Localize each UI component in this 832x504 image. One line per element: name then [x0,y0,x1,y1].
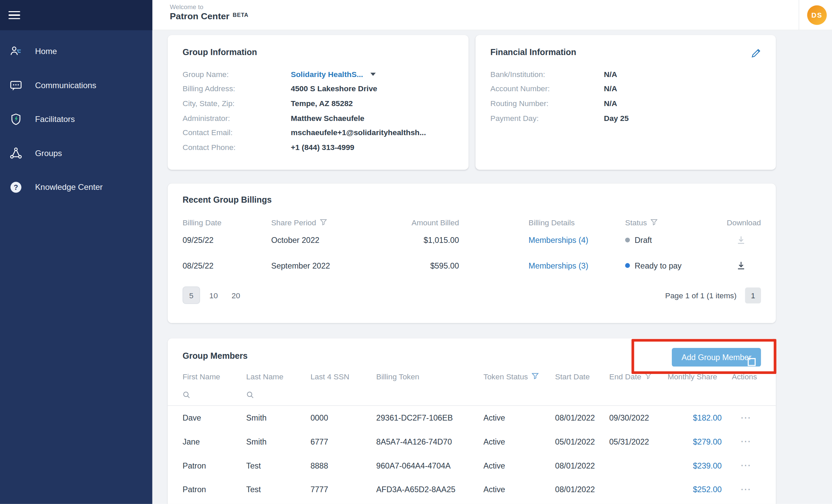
page-size-20-button[interactable]: 20 [227,286,245,304]
page-size-5-button[interactable]: 5 [182,286,200,304]
page-info-text: Page 1 of 1 (1 items) [665,291,736,299]
billing-token: AFD3A-A65D2-8AA25 [376,485,483,494]
amount-billed: $595.00 [373,261,459,270]
sidebar-item-label: Knowledge Center [35,182,103,192]
chat-icon [8,78,23,93]
column-header: First Name [182,372,246,381]
token-status: Active [484,485,555,494]
token-status: Active [484,413,555,422]
sidebar-top [0,0,152,30]
header-divider [799,0,799,30]
start-date: 08/01/2022 [555,461,609,470]
amount-billed: $1,015.00 [373,235,459,244]
last-name: Test [246,485,311,494]
end-date: 05/31/2022 [609,437,668,446]
billings-pagination: 5 10 20 Page 1 of 1 (1 items) 1 [182,286,761,304]
column-header: Billing Date [182,219,271,227]
first-name: Patron [182,485,246,494]
column-header: Status [625,219,720,227]
column-header: Start Date [555,372,609,381]
monthly-share-link[interactable]: $239.00 [667,461,721,470]
sidebar-nav: Home Communications Facilitators Groups [0,30,152,204]
status-dot [625,263,630,268]
first-name-search-icon[interactable] [182,391,191,399]
filter-icon[interactable] [651,219,657,227]
status-label: Draft [635,235,652,244]
sidebar-item-groups[interactable]: Groups [0,136,152,170]
more-actions-icon[interactable]: ⋯ [732,436,751,447]
field-value: N/A [604,84,761,93]
sidebar-item-label: Groups [35,149,62,158]
menu-toggle-button[interactable] [8,9,23,21]
monthly-share-link[interactable]: $279.00 [667,437,721,446]
download-icon[interactable] [736,235,746,245]
info-row: Payment Day: Day 25 [490,111,761,125]
info-row: Billing Address: 4500 S Lakeshore Drive [182,81,454,96]
field-value: N/A [604,99,761,108]
share-period: October 2022 [271,235,373,244]
column-header: Download [720,219,761,227]
monthly-share-link[interactable]: $252.00 [667,485,721,494]
member-row: Patron Test 8888 960A7-064A4-4704A Activ… [182,454,761,478]
filter-icon[interactable] [320,219,326,227]
add-group-member-button[interactable]: Add Group Member [672,348,761,367]
sidebar-item-home[interactable]: Home [0,34,152,68]
avatar[interactable]: DS [807,5,827,25]
column-header: Token Status [484,372,555,381]
field-value: Tempe, AZ 85282 [291,99,454,108]
members-search-row [182,388,761,401]
first-name: Jane [182,437,246,446]
edit-pencil-icon[interactable] [748,47,763,61]
filter-icon[interactable] [532,372,538,381]
field-label: Account Number: [490,84,604,93]
sidebar-item-label: Home [35,47,57,56]
person-desk-icon [8,44,23,59]
field-value: N/A [604,70,761,78]
app-window: Home Communications Facilitators Groups [0,0,832,504]
more-actions-icon[interactable]: ⋯ [732,484,751,494]
member-row: Jane Smith 6777 8A5A7-4A126-74D70 Active… [182,430,761,454]
end-date: 09/30/2022 [609,413,668,422]
status-badge: Draft [625,235,720,244]
sidebar-item-communications[interactable]: Communications [0,69,152,102]
page-size-10-button[interactable]: 10 [205,286,222,304]
column-header: Monthly Share [667,372,721,381]
sidebar: Home Communications Facilitators Groups [0,0,152,504]
chevron-down-icon[interactable] [370,73,376,76]
info-row: Contact Phone: +1 (844) 313-4999 [182,140,454,155]
start-date: 08/01/2022 [555,413,609,422]
sidebar-item-knowledge-center[interactable]: ? Knowledge Center [0,170,152,204]
sidebar-item-label: Facilitators [35,115,75,124]
page-1-button[interactable]: 1 [745,287,761,303]
billing-token: 8A5A7-4A126-74D70 [376,437,483,446]
last-name-search-icon[interactable] [246,391,254,399]
more-actions-icon[interactable]: ⋯ [732,412,751,423]
field-label: Routing Number: [490,99,604,108]
status-badge: Ready to pay [625,261,720,270]
download-icon[interactable] [736,260,746,270]
group-name-link[interactable]: Solidarity HealthS... [291,70,363,78]
info-row: Account Number: N/A [490,81,761,96]
last-name: Smith [246,437,311,446]
memberships-link[interactable]: Memberships (3) [529,261,588,270]
info-row: Contact Email: mschaeufele+1@solidarityh… [182,125,454,140]
billing-row: 08/25/22 September 2022 $595.00 Membersh… [182,252,761,278]
memberships-link[interactable]: Memberships (4) [529,235,588,244]
field-label: Payment Day: [490,114,604,122]
column-header: End Date [609,372,668,381]
shield-icon [8,112,23,127]
sidebar-item-facilitators[interactable]: Facilitators [0,102,152,136]
card-title: Recent Group Billings [182,195,761,205]
status-label: Ready to pay [635,261,682,270]
header: Welcome to Patron CenterBETA DS [152,0,832,30]
field-value: Day 25 [604,114,761,122]
sidebar-item-label: Communications [35,81,96,90]
more-actions-icon[interactable]: ⋯ [732,460,751,470]
column-header: Actions [722,372,761,381]
monthly-share-link[interactable]: $182.00 [667,413,721,422]
billing-row: 09/25/22 October 2022 $1,015.00 Membersh… [182,227,761,252]
field-value: +1 (844) 313-4999 [291,143,454,152]
filter-icon[interactable] [645,372,652,381]
first-name: Patron [182,461,246,470]
field-label: Group Name: [182,70,291,78]
